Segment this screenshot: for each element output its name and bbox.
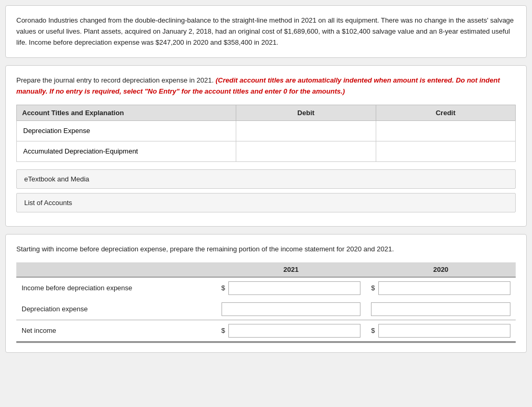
income-2021-input-2[interactable] [228,324,360,338]
credit-input-1[interactable] [380,145,511,158]
income-table: 2021 2020 Income before depreciation exp… [16,262,516,343]
income-label-2: Net income [16,320,216,342]
journal-row [17,120,516,141]
dollar-sign: $ [371,327,375,334]
account-title-input-0[interactable] [21,126,232,136]
intro-text: Coronado Industries changed from the dou… [16,15,516,48]
intro-card: Coronado Industries changed from the dou… [5,5,527,58]
etextbook-button[interactable]: eTextbook and Media [16,169,516,189]
etextbook-label: eTextbook and Media [24,175,89,183]
debit-input-0[interactable] [240,124,371,138]
income-2021-input-0[interactable] [228,281,360,295]
list-accounts-label: List of Accounts [24,199,72,207]
dollar-sign: $ [222,327,225,334]
income-2020-input-0[interactable] [378,281,510,295]
income-2020-input-1[interactable] [371,302,510,316]
income-row: Net income$$ [16,320,516,342]
col-debit: Debit [236,105,376,120]
journal-entry-card: Prepare the journal entry to record depr… [5,65,527,227]
income-label-1: Depreciation expense [16,299,216,320]
income-2021-cell-1 [216,299,366,320]
dollar-sign: $ [371,284,375,292]
instruction-text: Prepare the journal entry to record depr… [16,75,516,97]
income-instruction: Starting with income before depreciation… [16,244,516,255]
income-2020-cell-2: $ [366,320,516,342]
income-col-2020: 2020 [366,262,516,277]
col-account-titles: Account Titles and Explanation [17,105,236,120]
journal-header-row: Account Titles and Explanation Debit Cre… [17,105,516,120]
income-2020-input-2[interactable] [378,324,510,338]
list-accounts-button[interactable]: List of Accounts [16,193,516,212]
income-col-label [16,262,216,277]
income-2021-input-1[interactable] [222,302,361,316]
income-header-row: 2021 2020 [16,262,516,277]
col-credit: Credit [376,105,515,120]
income-2021-cell-0: $ [216,277,366,299]
income-2020-cell-1 [366,299,516,320]
income-2020-cell-0: $ [366,277,516,299]
income-label-0: Income before depreciation expense [16,277,216,299]
account-title-input-1[interactable] [21,146,232,156]
dollar-sign: $ [222,284,225,292]
journal-row [17,141,516,161]
income-2021-cell-2: $ [216,320,366,342]
instruction-normal: Prepare the journal entry to record depr… [16,76,216,84]
debit-input-1[interactable] [240,145,371,158]
income-col-2021: 2021 [216,262,366,277]
journal-table: Account Titles and Explanation Debit Cre… [16,105,516,162]
income-row: Depreciation expense [16,299,516,320]
credit-input-0[interactable] [380,124,511,138]
income-row: Income before depreciation expense$$ [16,277,516,299]
income-statement-card: Starting with income before depreciation… [5,234,527,353]
